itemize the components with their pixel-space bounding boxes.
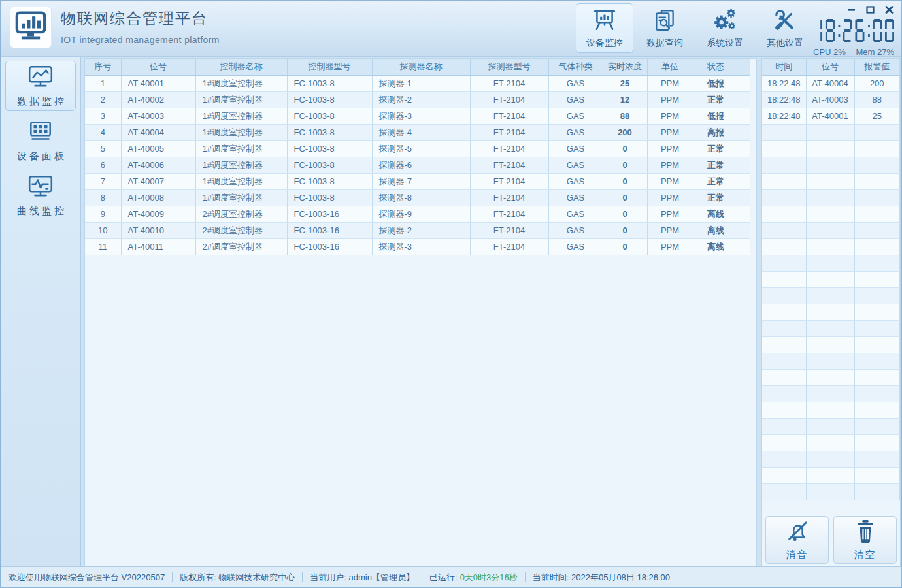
alarm-table-row[interactable]: 18:22:48AT-4000125 bbox=[762, 108, 900, 124]
alarm-empty-row bbox=[762, 385, 900, 402]
cell-alarm-value bbox=[854, 434, 900, 451]
alarm-empty-row bbox=[762, 173, 900, 189]
cell-no: 1 bbox=[85, 75, 121, 91]
cell-tag: AT-40010 bbox=[121, 222, 195, 238]
cell-alarm-tag bbox=[806, 238, 854, 255]
clear-button[interactable]: 清空 bbox=[833, 516, 897, 564]
device-table-row[interactable]: 10AT-400102#调度室控制器FC-1003-16探测器-2FT-2104… bbox=[85, 222, 750, 238]
cell-alarm-value: 25 bbox=[854, 108, 900, 124]
cell-alarm-tag bbox=[806, 369, 854, 385]
cell-alarm-time bbox=[762, 157, 806, 173]
col-header-controller-name: 控制器名称 bbox=[195, 59, 287, 75]
cell-tag: AT-40006 bbox=[121, 157, 195, 173]
cell-no: 4 bbox=[85, 124, 121, 140]
device-table-row[interactable]: 3AT-400031#调度室控制器FC-1003-8探测器-3FT-2104GA… bbox=[85, 108, 750, 124]
cell-alarm-tag bbox=[806, 255, 854, 271]
cell-realtime-value: 25 bbox=[603, 75, 647, 91]
col-header-no: 序号 bbox=[85, 59, 121, 75]
cell-detector-name: 探测器-9 bbox=[372, 206, 470, 222]
sidebar-item-label: 数据监控 bbox=[17, 95, 67, 108]
col-header-realtime-value: 实时浓度 bbox=[603, 59, 647, 75]
cell-controller-name: 2#调度室控制器 bbox=[195, 238, 287, 255]
col-header-alarm-tag: 位号 bbox=[806, 59, 854, 75]
cell-filler bbox=[739, 157, 750, 173]
device-table-row[interactable]: 9AT-400092#调度室控制器FC-1003-16探测器-9FT-2104G… bbox=[85, 206, 750, 222]
cell-detector-name: 探测器-7 bbox=[372, 173, 470, 189]
cell-filler bbox=[739, 108, 750, 124]
alarm-empty-row bbox=[762, 189, 900, 206]
device-table: 序号 位号 控制器名称 控制器型号 探测器名称 探测器型号 气体种类 实时浓度 … bbox=[85, 59, 750, 255]
cell-tag: AT-40005 bbox=[121, 140, 195, 157]
mute-button[interactable]: 消音 bbox=[765, 516, 829, 564]
device-table-row[interactable]: 6AT-400061#调度室控制器FC-1003-8探测器-6FT-2104GA… bbox=[85, 157, 750, 173]
cell-alarm-time bbox=[762, 287, 806, 304]
minimize-button[interactable] bbox=[846, 6, 856, 14]
alarm-table-row[interactable]: 18:22:48AT-40004200 bbox=[762, 75, 900, 91]
device-table-row[interactable]: 5AT-400051#调度室控制器FC-1003-8探测器-5FT-2104GA… bbox=[85, 140, 750, 157]
cell-alarm-tag bbox=[806, 304, 854, 320]
cell-alarm-tag: AT-40001 bbox=[806, 108, 854, 124]
device-table-row[interactable]: 8AT-400081#调度室控制器FC-1003-8探测器-8FT-2104GA… bbox=[85, 189, 750, 206]
other-settings-icon bbox=[773, 8, 797, 35]
alarm-table-header-row: 时间 位号 报警值 bbox=[762, 59, 900, 75]
cell-controller-model: FC-1003-8 bbox=[287, 140, 372, 157]
cell-controller-name: 1#调度室控制器 bbox=[195, 91, 287, 108]
cell-alarm-tag: AT-40004 bbox=[806, 75, 854, 91]
data-query-icon bbox=[652, 8, 677, 35]
device-table-row[interactable]: 2AT-400021#调度室控制器FC-1003-8探测器-2FT-2104GA… bbox=[85, 91, 750, 108]
device-table-row[interactable]: 1AT-400011#调度室控制器FC-1003-8探测器-1FT-2104GA… bbox=[85, 75, 750, 91]
cell-alarm-value bbox=[854, 173, 900, 189]
cell-alarm-value bbox=[854, 467, 900, 483]
alarm-empty-row bbox=[762, 157, 900, 173]
maximize-button[interactable] bbox=[865, 6, 875, 14]
device-table-row[interactable]: 4AT-400041#调度室控制器FC-1003-8探测器-4FT-2104GA… bbox=[85, 124, 750, 140]
cell-alarm-tag bbox=[806, 336, 854, 353]
cell-alarm-value bbox=[854, 320, 900, 336]
sidebar-item-data-monitor[interactable]: 数据监控 bbox=[5, 61, 76, 111]
cell-status: 正常 bbox=[693, 91, 739, 108]
cell-alarm-value bbox=[854, 206, 900, 222]
cell-controller-model: FC-1003-16 bbox=[287, 222, 372, 238]
status-current-time: 当前时间: 2022年05月08日 18:26:00 bbox=[533, 572, 670, 583]
close-button[interactable] bbox=[884, 6, 894, 14]
alarm-empty-row bbox=[762, 238, 900, 255]
device-table-header-row: 序号 位号 控制器名称 控制器型号 探测器名称 探测器型号 气体种类 实时浓度 … bbox=[85, 59, 750, 75]
cell-status: 高报 bbox=[693, 124, 739, 140]
toolbar-data-query-button[interactable]: 数据查询 bbox=[636, 3, 693, 53]
sidebar-item-curve-monitor[interactable]: 曲线监控 bbox=[5, 171, 76, 221]
alarm-table-row[interactable]: 18:22:48AT-4000388 bbox=[762, 91, 900, 108]
cell-alarm-value bbox=[854, 402, 900, 418]
cell-status: 离线 bbox=[693, 238, 739, 255]
cell-alarm-value: 200 bbox=[854, 75, 900, 91]
device-table-row[interactable]: 7AT-400071#调度室控制器FC-1003-8探测器-7FT-2104GA… bbox=[85, 173, 750, 189]
cell-alarm-tag bbox=[806, 483, 854, 500]
cell-gas-type: GAS bbox=[548, 124, 603, 140]
status-separator bbox=[302, 572, 303, 582]
cell-alarm-tag bbox=[806, 353, 854, 369]
cell-status: 正常 bbox=[693, 189, 739, 206]
cell-realtime-value: 0 bbox=[603, 173, 647, 189]
cell-tag: AT-40002 bbox=[121, 91, 195, 108]
alarm-table: 时间 位号 报警值 18:22:48AT-4000420018:22:48AT-… bbox=[762, 59, 900, 500]
cell-alarm-time bbox=[762, 369, 806, 385]
cell-filler bbox=[739, 140, 750, 157]
cell-detector-model: FT-2104 bbox=[470, 75, 548, 91]
cell-no: 5 bbox=[85, 140, 121, 157]
cell-detector-model: FT-2104 bbox=[470, 189, 548, 206]
toolbar-device-monitor-button[interactable]: 设备监控 bbox=[576, 3, 633, 53]
device-table-row[interactable]: 11AT-400112#调度室控制器FC-1003-16探测器-3FT-2104… bbox=[85, 238, 750, 255]
cell-filler bbox=[739, 238, 750, 255]
toolbar-other-settings-button[interactable]: 其他设置 bbox=[756, 3, 814, 53]
cell-tag: AT-40009 bbox=[121, 206, 195, 222]
toolbar-system-settings-button[interactable]: 系统设置 bbox=[696, 3, 754, 53]
cell-alarm-tag bbox=[806, 157, 854, 173]
status-separator bbox=[172, 572, 173, 582]
mem-usage: Mem 27% bbox=[856, 47, 894, 57]
cell-detector-name: 探测器-3 bbox=[372, 108, 470, 124]
status-runtime-label: 已运行: bbox=[429, 572, 458, 583]
cell-alarm-tag: AT-40003 bbox=[806, 91, 854, 108]
col-header-alarm-value: 报警值 bbox=[854, 59, 900, 75]
sidebar-item-device-panel[interactable]: 设备面板 bbox=[5, 116, 76, 166]
cell-controller-name: 1#调度室控制器 bbox=[195, 173, 287, 189]
cell-gas-type: GAS bbox=[548, 206, 603, 222]
